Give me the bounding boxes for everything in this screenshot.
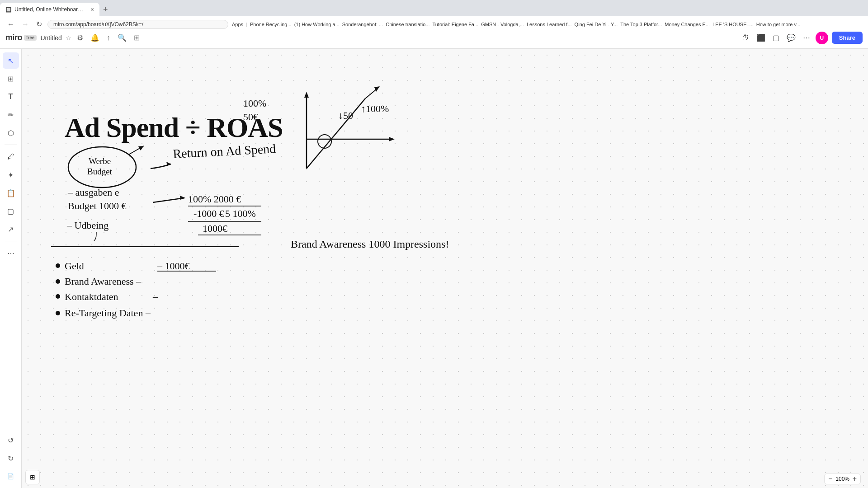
- tab-close-button[interactable]: ×: [90, 6, 94, 13]
- tool-connector[interactable]: ↗: [3, 221, 19, 237]
- user-avatar[interactable]: U: [816, 32, 828, 44]
- back-button[interactable]: ←: [5, 19, 16, 29]
- bookmark-1[interactable]: Phone Recycling...: [250, 22, 292, 27]
- bookmark-11[interactable]: LEE 'S HOUSE–...: [712, 22, 754, 27]
- svg-text:Brand Awareness –: Brand Awareness –: [65, 276, 142, 287]
- svg-marker-20: [180, 196, 185, 200]
- tool-sticky[interactable]: 📋: [3, 185, 19, 201]
- bookmark-4[interactable]: Chinese translatio...: [386, 22, 429, 27]
- logo-text: miro: [5, 33, 22, 42]
- svg-text:100%: 100%: [243, 98, 266, 109]
- zoom-out-button[interactable]: −: [828, 475, 832, 483]
- left-sidebar: ↖ ⊞ T ✏ ⬡ 🖊 ✦ 📋 ▢ ↗ ⋯ ↺ ↻ 📄: [0, 49, 22, 488]
- svg-text:Budget 1000 €: Budget 1000 €: [68, 200, 127, 211]
- svg-text:Return on Ad Spend: Return on Ad Spend: [173, 141, 276, 161]
- app-layout: ↖ ⊞ T ✏ ⬡ 🖊 ✦ 📋 ▢ ↗ ⋯ ↺ ↻ 📄 Ad Spend ÷ R…: [0, 49, 868, 488]
- bookmark-6[interactable]: GMSN - Vologda,...: [481, 22, 524, 27]
- tool-more[interactable]: ⋯: [3, 245, 19, 261]
- notifications-button[interactable]: 🔔: [89, 32, 101, 44]
- plan-badge: free: [24, 35, 37, 41]
- bookmark-8[interactable]: Qing Fei De Yi - Y...: [575, 22, 618, 27]
- svg-marker-8: [304, 92, 309, 98]
- bookmarks-bar: Apps | Phone Recycling... (1) How Workin…: [232, 22, 800, 27]
- app-logo: miro free: [5, 33, 37, 42]
- tool-boards[interactable]: ⊞: [3, 70, 19, 87]
- pages-panel-button[interactable]: ⊞: [25, 470, 40, 484]
- zoom-level: 100%: [835, 476, 851, 482]
- bookmark-2[interactable]: (1) How Working a...: [294, 22, 340, 27]
- tab-title: Untitled, Online Whiteboard f...: [14, 6, 86, 13]
- svg-text:– 1000€: – 1000€: [157, 260, 190, 272]
- svg-text:Kontaktdaten: Kontaktdaten: [65, 291, 118, 302]
- bottom-bar: − 100% +: [817, 470, 868, 488]
- svg-text:Brand Awareness 1000 Impressio: Brand Awareness 1000 Impressions!: [291, 238, 449, 250]
- forward-button[interactable]: →: [20, 19, 31, 29]
- present-button[interactable]: ⬛: [755, 32, 767, 44]
- svg-marker-2: [166, 162, 171, 166]
- new-tab-button[interactable]: +: [99, 5, 112, 14]
- file-title[interactable]: Untitled: [40, 34, 61, 42]
- svg-text:Geld: Geld: [65, 260, 84, 272]
- comments-button[interactable]: 💬: [785, 32, 797, 44]
- tab-bar: 🔲 Untitled, Online Whiteboard f... × +: [0, 0, 868, 16]
- svg-text:100% 2000 €: 100% 2000 €: [188, 193, 241, 205]
- svg-point-3: [68, 147, 136, 188]
- bookmark-12[interactable]: How to get more v...: [756, 22, 801, 27]
- bookmark-5[interactable]: Tutorial: Eigene Fa...: [432, 22, 478, 27]
- svg-text:-1000 €: -1000 €: [193, 208, 224, 219]
- bookmark-10[interactable]: Money Changes E...: [665, 22, 710, 27]
- svg-point-30: [56, 263, 60, 268]
- tool-text[interactable]: T: [3, 89, 19, 105]
- address-bar[interactable]: [47, 20, 228, 29]
- timer-button[interactable]: ⏱: [740, 32, 751, 44]
- reload-button[interactable]: ↻: [34, 19, 44, 29]
- svg-text:5 100%: 5 100%: [225, 208, 256, 219]
- settings-button[interactable]: ⚙: [75, 32, 85, 44]
- svg-marker-6: [138, 146, 144, 150]
- bookmark-7[interactable]: Lessons Learned f...: [527, 22, 572, 27]
- svg-text:– Udbeing: – Udbeing: [66, 220, 108, 231]
- app-toolbar: miro free Untitled ☆ ⚙ 🔔 ↑ 🔍 ⊞ ⏱ ⬛ ▢ 💬 ⋯…: [0, 27, 868, 49]
- bookmark-apps[interactable]: Apps: [232, 22, 243, 27]
- whiteboard-drawing: Ad Spend ÷ ROAS Return on Ad Spend Werbe…: [22, 49, 868, 488]
- share-button[interactable]: Share: [832, 32, 863, 44]
- zoom-in-button[interactable]: +: [853, 475, 857, 483]
- tool-pen[interactable]: 🖊: [3, 149, 19, 165]
- svg-marker-10: [389, 137, 395, 141]
- tool-eraser[interactable]: ✦: [3, 167, 19, 183]
- svg-point-39: [56, 311, 60, 315]
- svg-text:↓50: ↓50: [338, 110, 353, 121]
- tool-frame[interactable]: ▢: [3, 203, 19, 219]
- svg-text:↑100%: ↑100%: [361, 103, 389, 114]
- frames-button[interactable]: ▢: [771, 32, 781, 44]
- svg-text:Budget: Budget: [87, 167, 113, 176]
- tool-undo[interactable]: ↺: [3, 432, 19, 448]
- svg-text:50€: 50€: [243, 111, 258, 122]
- svg-text:Re-Targeting Daten –: Re-Targeting Daten –: [65, 307, 151, 319]
- zoom-control: − 100% +: [824, 474, 861, 484]
- sidebar-divider-1: [5, 145, 17, 145]
- search-button[interactable]: 🔍: [116, 32, 128, 44]
- bookmark-9[interactable]: The Top 3 Platfor...: [620, 22, 662, 27]
- svg-marker-17: [374, 86, 380, 92]
- toolbar-icons: ⚙ 🔔 ↑ 🔍 ⊞: [75, 32, 142, 44]
- svg-line-11: [307, 99, 365, 169]
- more-button[interactable]: ⋯: [801, 32, 812, 44]
- export-button[interactable]: ↑: [105, 32, 112, 44]
- toolbar-right: ⏱ ⬛ ▢ 💬 ⋯ U Share: [740, 32, 863, 44]
- browser-chrome: 🔲 Untitled, Online Whiteboard f... × + ←…: [0, 0, 868, 27]
- svg-text:Ad Spend ÷ ROAS: Ad Spend ÷ ROAS: [65, 112, 283, 143]
- bookmark-3[interactable]: Sonderangebot: ...: [342, 22, 383, 27]
- sidebar-divider-2: [5, 241, 17, 241]
- svg-text:–: –: [152, 291, 158, 302]
- tool-shapes[interactable]: ⬡: [3, 125, 19, 141]
- tool-pages[interactable]: 📄: [3, 468, 19, 484]
- grid-button[interactable]: ⊞: [132, 32, 142, 44]
- canvas-area[interactable]: Ad Spend ÷ ROAS Return on Ad Spend Werbe…: [22, 49, 868, 488]
- star-icon[interactable]: ☆: [66, 34, 71, 42]
- tool-draw[interactable]: ✏: [3, 107, 19, 123]
- svg-point-16: [318, 135, 331, 148]
- browser-tab-active[interactable]: 🔲 Untitled, Online Whiteboard f... ×: [0, 3, 99, 16]
- tool-redo[interactable]: ↻: [3, 450, 19, 466]
- tool-select[interactable]: ↖: [3, 52, 19, 69]
